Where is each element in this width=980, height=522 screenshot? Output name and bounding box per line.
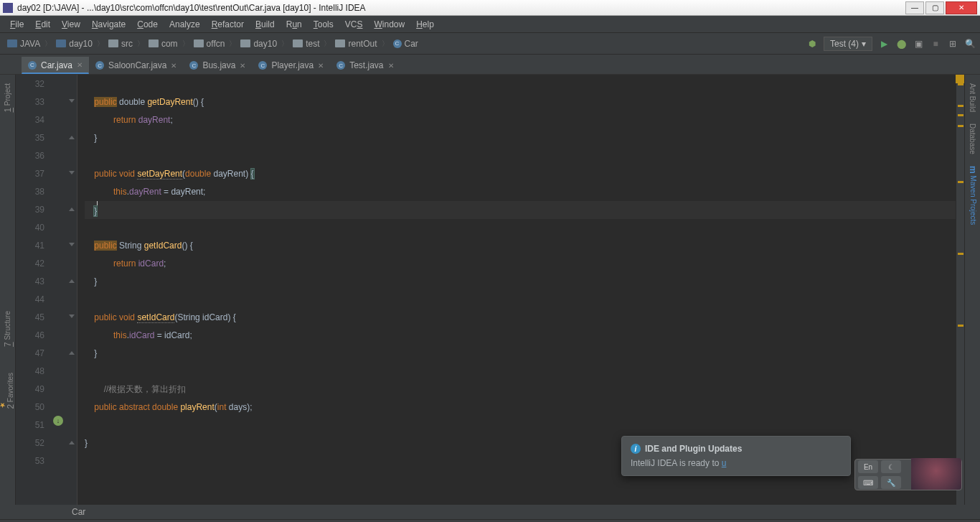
ime-lang-button[interactable]: En [858, 460, 878, 473]
breadcrumb-item[interactable]: test [290, 37, 322, 50]
menu-edit[interactable]: Edit [29, 17, 56, 32]
menu-refactor[interactable]: Refactor [206, 17, 250, 32]
tool-window-antbuild[interactable]: Ant Build [969, 78, 976, 118]
class-icon: C [336, 61, 345, 70]
menu-view[interactable]: View [56, 17, 86, 32]
build-icon[interactable]: ⬢ [806, 38, 818, 50]
code-line[interactable] [85, 219, 956, 237]
chevron-right-icon: 〉 [382, 39, 389, 49]
code-line[interactable] [85, 416, 956, 434]
breadcrumb-item[interactable]: src [105, 37, 136, 50]
chevron-down-icon: ▾ [862, 39, 866, 49]
code-line[interactable]: } [85, 345, 956, 363]
run-configuration-selector[interactable]: Test (4) ▾ [824, 37, 872, 51]
ime-language-widget[interactable]: En ☾ ⌨ 🔧 [854, 459, 962, 490]
code-line[interactable]: public void setIdCard(String idCard) { [85, 309, 956, 327]
coverage-button[interactable]: ▣ [913, 38, 924, 50]
close-tab-icon[interactable]: ✕ [171, 62, 176, 70]
layout-button[interactable]: ⊞ [947, 38, 958, 50]
menu-help[interactable]: Help [410, 17, 440, 32]
menu-analyze[interactable]: Analyze [164, 17, 206, 32]
breadcrumb-item[interactable]: JAVA [4, 37, 43, 50]
notification-balloon[interactable]: i IDE and Plugin Updates IntelliJ IDEA i… [621, 436, 851, 476]
breadcrumb-item[interactable]: rentOut [332, 37, 380, 50]
code-line[interactable]: this.idCard = idCard; [85, 327, 956, 345]
breadcrumb-item[interactable]: CCar [390, 37, 421, 50]
ime-settings-icon[interactable]: 🔧 [881, 476, 901, 489]
close-tab-icon[interactable]: ✕ [318, 62, 324, 70]
breadcrumb-item[interactable]: offcn [191, 37, 228, 50]
code-line[interactable]: public void setDayRent(double dayRent) { [85, 165, 956, 183]
stop-button[interactable]: ■ [930, 38, 941, 50]
editor-tab[interactable]: CTest.java✕ [330, 57, 400, 74]
override-marker-icon[interactable]: ↓ [53, 416, 63, 426]
error-stripe[interactable] [956, 75, 964, 505]
breadcrumb: JAVA〉day10〉src〉com〉offcn〉day10〉test〉rent… [4, 37, 806, 50]
class-icon: C [393, 39, 402, 48]
bottom-tool-tabs: ▶ 4: Run⬤ 5: Debug✓ 6: TODO▣ Terminal▭ E… [0, 519, 980, 522]
editor-tab[interactable]: CSaloonCar.java✕ [89, 57, 183, 74]
code-line[interactable]: return idCard; [85, 255, 956, 273]
run-button[interactable]: ▶ [878, 38, 890, 50]
code-line[interactable] [85, 363, 956, 381]
folder-icon [56, 39, 66, 47]
editor-tab[interactable]: CPlayer.java✕ [252, 57, 330, 74]
close-button[interactable]: ✕ [946, 1, 977, 14]
code-line[interactable]: public double getDayRent() { [85, 93, 956, 111]
menu-file[interactable]: File [4, 17, 29, 32]
tool-window-project[interactable]: 1 Project [3, 78, 13, 118]
breadcrumb-label: day10 [253, 39, 277, 49]
editor-tab[interactable]: CCar.java✕ [22, 57, 89, 74]
debug-button[interactable]: ⬤ [895, 38, 907, 50]
tab-label: SaloonCar.java [108, 60, 166, 70]
search-everywhere-icon[interactable]: 🔍 [964, 38, 976, 50]
code-line[interactable]: } [85, 201, 956, 219]
menu-tools[interactable]: Tools [308, 17, 339, 32]
line-number-gutter: 3233343536373839404142434445464748495051… [16, 75, 53, 505]
structure-breadcrumb[interactable]: Car [0, 505, 980, 519]
close-tab-icon[interactable]: ✕ [388, 62, 394, 70]
folder-icon [149, 39, 159, 47]
breadcrumb-item[interactable]: com [146, 37, 181, 50]
structure-crumb: Car [72, 507, 85, 517]
breadcrumb-item[interactable]: day10 [237, 37, 280, 50]
tool-window-structure[interactable]: 7 Structure [3, 305, 13, 353]
menu-build[interactable]: Build [250, 17, 281, 32]
code-line[interactable]: //根据天数，算出折扣 [85, 381, 956, 399]
menu-window[interactable]: Window [368, 17, 410, 32]
folder-icon [240, 39, 250, 47]
code-line[interactable] [85, 147, 956, 165]
code-line[interactable]: } [85, 273, 956, 291]
app-icon [3, 3, 13, 13]
close-tab-icon[interactable]: ✕ [240, 62, 245, 70]
close-tab-icon[interactable]: ✕ [77, 61, 83, 69]
window-title: day02 [D:\JAVA] - ...\day10\src\com\offc… [17, 3, 904, 13]
ime-keyboard-icon[interactable]: ⌨ [858, 476, 878, 489]
editor-tab[interactable]: CBus.java✕ [183, 57, 252, 74]
tool-window-mavenprojects[interactable]: m Maven Projects [968, 160, 978, 230]
code-line[interactable]: this.dayRent = dayRent; [85, 183, 956, 201]
code-line[interactable] [85, 291, 956, 309]
breadcrumb-item[interactable]: day10 [53, 37, 95, 50]
ime-moon-icon[interactable]: ☾ [881, 460, 901, 473]
menu-navigate[interactable]: Navigate [86, 17, 131, 32]
code-line[interactable]: } [85, 129, 956, 147]
code-line[interactable]: public String getIdCard() { [85, 237, 956, 255]
maximize-button[interactable]: ▢ [925, 1, 944, 14]
code-line[interactable] [85, 75, 956, 93]
tool-window-database[interactable]: Database [969, 118, 976, 160]
left-tool-rail: 1 Project7 Structure2 Favorites [0, 75, 16, 505]
chevron-right-icon: 〉 [229, 39, 236, 49]
tool-window-favorites[interactable]: 2 Favorites [0, 367, 16, 415]
menu-code[interactable]: Code [131, 17, 164, 32]
code-line[interactable]: return dayRent; [85, 111, 956, 129]
notification-link[interactable]: u [722, 458, 727, 468]
marker-gutter: ↓ [53, 75, 66, 505]
right-tool-rail: Ant BuildDatabasem Maven Projects [964, 75, 980, 505]
class-icon: C [189, 61, 198, 70]
menu-run[interactable]: Run [281, 17, 308, 32]
menu-vcs[interactable]: VCS [339, 17, 369, 32]
code-line[interactable]: public abstract double playRent(int days… [85, 399, 956, 416]
minimize-button[interactable]: — [905, 1, 924, 14]
ime-character-image [911, 458, 961, 490]
